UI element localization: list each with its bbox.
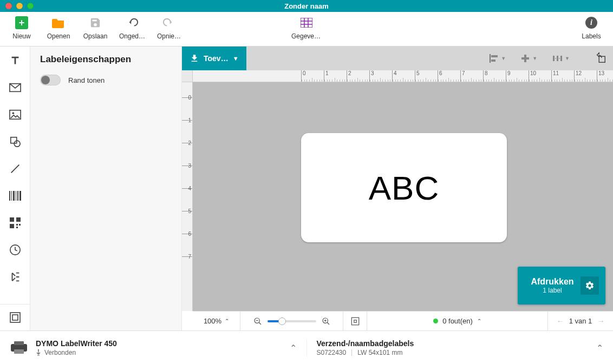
redo-icon xyxy=(161,15,177,30)
import-data-button[interactable]: Gegevens i… xyxy=(292,15,321,40)
barcode-tool[interactable] xyxy=(9,189,22,202)
save-button[interactable]: Opslaan xyxy=(81,15,109,40)
ruler-tick: 1 xyxy=(182,120,192,143)
ruler-tick: 3 xyxy=(182,166,192,188)
add-object-button[interactable]: Toev… ▼ xyxy=(182,47,246,70)
svg-rect-28 xyxy=(491,59,495,62)
chevron-up-icon: ⌃ xyxy=(290,342,297,353)
ruler-tick: 1 xyxy=(324,70,347,82)
svg-point-7 xyxy=(12,112,14,114)
ruler-tick: 10 xyxy=(529,70,551,82)
add-label: Toev… xyxy=(204,54,229,63)
align-horizontal-button[interactable]: ▼ xyxy=(521,54,537,63)
line-tool[interactable] xyxy=(9,162,22,175)
printer-name: DYMO LabelWriter 450 xyxy=(36,339,117,348)
fit-to-screen-button[interactable] xyxy=(343,312,367,330)
errors-indicator[interactable]: 0 fout(en) ⌃ xyxy=(367,312,548,330)
print-settings-button[interactable] xyxy=(581,276,599,295)
chevron-down-icon: ▼ xyxy=(532,56,537,61)
canvas-area: Toev… ▼ ▼ ▼ ▼ xyxy=(182,47,613,330)
chevron-down-icon: ▼ xyxy=(501,56,506,61)
svg-rect-20 xyxy=(16,224,18,226)
canvas-viewport[interactable]: ABC Afdrukken 1 label xyxy=(193,82,613,311)
status-dot-icon xyxy=(433,319,438,323)
ruler-tick: 6 xyxy=(438,70,460,82)
data-label: Gegevens i… xyxy=(291,32,322,40)
printer-selector[interactable]: DYMO LabelWriter 450 Verbonden ⌃ xyxy=(0,339,306,356)
zoom-readout[interactable]: 100% ⌃ xyxy=(193,312,240,330)
qr-tool[interactable] xyxy=(9,216,22,229)
gear-icon xyxy=(585,281,595,290)
next-page-button[interactable]: → xyxy=(597,317,604,325)
datetime-tool[interactable] xyxy=(9,243,22,256)
chevron-down-icon: ▼ xyxy=(233,55,239,62)
design-toolbar: Toev… ▼ ▼ ▼ ▼ xyxy=(182,47,613,70)
label-type-name: Verzend-/naambadgelabels xyxy=(317,339,414,348)
page-navigator: ← 1 van 1 → xyxy=(548,312,613,330)
zoom-in-button[interactable] xyxy=(322,317,330,326)
ruler-tick: 12 xyxy=(574,70,597,82)
zoom-out-button[interactable] xyxy=(253,317,262,326)
show-border-toggle[interactable] xyxy=(40,75,61,85)
ruler-tick: 5 xyxy=(182,211,192,234)
ruler-tick: 0 xyxy=(301,70,324,82)
plus-icon: + xyxy=(15,16,28,29)
ruler-tick: 5 xyxy=(415,70,438,82)
ruler-tick: 7 xyxy=(182,256,192,279)
chevron-up-icon: ⌃ xyxy=(596,342,603,353)
address-tool[interactable] xyxy=(9,81,22,94)
svg-rect-19 xyxy=(10,224,14,228)
new-button[interactable]: + Nieuw xyxy=(8,15,36,40)
counter-tool[interactable] xyxy=(9,270,22,283)
chevron-down-icon: ▼ xyxy=(565,56,570,61)
label-type-selector[interactable]: Verzend-/naambadgelabels S0722430 LW 54x… xyxy=(306,339,614,356)
page-readout: 1 van 1 xyxy=(569,317,592,325)
properties-panel: Labeleigenschappen Rand tonen xyxy=(30,47,182,330)
svg-rect-45 xyxy=(14,341,24,345)
chevron-up-icon: ⌃ xyxy=(225,318,229,324)
svg-rect-22 xyxy=(16,227,18,228)
import-icon xyxy=(190,54,199,63)
open-label: Openen xyxy=(47,32,70,40)
ruler-tick: 2 xyxy=(182,143,192,166)
ruler-tick: 3 xyxy=(369,70,392,82)
print-button[interactable]: Afdrukken 1 label xyxy=(518,267,605,305)
svg-rect-25 xyxy=(12,315,18,320)
svg-line-36 xyxy=(259,322,261,325)
folder-icon xyxy=(51,15,66,30)
info-icon: i xyxy=(584,15,599,30)
zoom-value: 100% xyxy=(204,317,221,325)
svg-rect-34 xyxy=(599,56,605,62)
separator xyxy=(351,349,352,356)
main-toolbar: + Nieuw Openen Opslaan Onged… Opnie… xyxy=(0,12,613,47)
rotate-button[interactable] xyxy=(595,52,607,64)
window-title: Zonder naam xyxy=(0,2,613,10)
printer-status: Verbonden xyxy=(44,349,76,356)
undo-button[interactable]: Onged… xyxy=(118,15,146,40)
prev-page-button[interactable]: ← xyxy=(557,317,564,325)
bottom-bar: DYMO LabelWriter 450 Verbonden ⌃ Verzend… xyxy=(0,330,613,364)
label-sheet[interactable]: ABC xyxy=(301,133,507,242)
svg-point-9 xyxy=(14,141,20,147)
svg-rect-17 xyxy=(10,217,14,222)
redo-label: Opnie… xyxy=(157,32,181,40)
svg-rect-8 xyxy=(10,137,16,143)
distribute-button[interactable]: ▼ xyxy=(552,54,570,63)
zoom-slider[interactable] xyxy=(268,320,316,322)
image-tool[interactable] xyxy=(9,108,22,121)
labels-button[interactable]: i Labels xyxy=(577,15,605,40)
shape-tool[interactable] xyxy=(9,135,22,148)
redo-button[interactable]: Opnie… xyxy=(155,15,183,40)
text-tool[interactable] xyxy=(9,54,22,67)
align-left-button[interactable]: ▼ xyxy=(490,54,506,63)
zoom-slider-group xyxy=(240,312,343,330)
open-button[interactable]: Openen xyxy=(44,15,73,40)
vertical-ruler: 01234567 xyxy=(182,82,193,311)
usb-icon xyxy=(36,349,41,356)
svg-rect-21 xyxy=(19,224,21,226)
status-bar: 100% ⌃ 0 fout(en) ⌃ ← xyxy=(193,311,613,330)
label-text[interactable]: ABC xyxy=(369,169,439,207)
layout-tool[interactable] xyxy=(9,311,22,324)
ruler-tick: 6 xyxy=(182,234,192,256)
svg-rect-27 xyxy=(491,55,498,57)
